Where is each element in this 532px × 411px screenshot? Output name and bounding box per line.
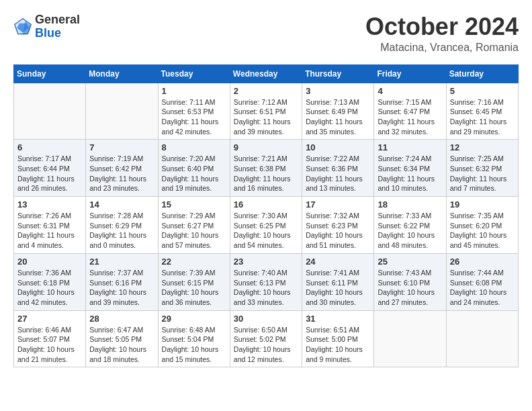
calendar-day-cell: 18Sunrise: 7:33 AM Sunset: 6:22 PM Dayli… [374,197,446,254]
calendar-day-cell: 16Sunrise: 7:30 AM Sunset: 6:25 PM Dayli… [230,197,302,254]
calendar-header-row: SundayMondayTuesdayWednesdayThursdayFrid… [14,64,519,83]
day-info: Sunrise: 6:47 AM Sunset: 5:05 PM Dayligh… [89,325,154,365]
calendar-day-cell: 3Sunrise: 7:13 AM Sunset: 6:49 PM Daylig… [302,83,374,140]
page-header: General Blue October 2024 Matacina, Vran… [13,13,519,54]
calendar-day-cell [86,83,158,140]
month-title: October 2024 [365,13,519,40]
day-info: Sunrise: 7:25 AM Sunset: 6:32 PM Dayligh… [450,154,515,193]
day-info: Sunrise: 7:22 AM Sunset: 6:36 PM Dayligh… [306,154,370,193]
logo-icon [13,17,32,36]
calendar-day-cell: 20Sunrise: 7:36 AM Sunset: 6:18 PM Dayli… [14,253,86,310]
day-number: 11 [378,142,442,152]
calendar-day-cell: 12Sunrise: 7:25 AM Sunset: 6:32 PM Dayli… [446,140,518,197]
calendar-day-cell: 10Sunrise: 7:22 AM Sunset: 6:36 PM Dayli… [302,140,374,197]
day-number: 21 [89,257,154,267]
title-block: October 2024 Matacina, Vrancea, Romania [365,13,519,54]
day-number: 12 [450,142,515,152]
day-number: 23 [234,257,298,267]
day-info: Sunrise: 7:29 AM Sunset: 6:27 PM Dayligh… [162,211,226,250]
calendar-week-row: 20Sunrise: 7:36 AM Sunset: 6:18 PM Dayli… [14,253,519,310]
day-number: 28 [89,314,154,324]
calendar-day-cell: 1Sunrise: 7:11 AM Sunset: 6:53 PM Daylig… [158,83,230,140]
calendar-day-cell: 4Sunrise: 7:15 AM Sunset: 6:47 PM Daylig… [374,83,446,140]
day-number: 4 [378,86,442,96]
day-info: Sunrise: 7:20 AM Sunset: 6:40 PM Dayligh… [162,154,226,193]
day-number: 17 [306,199,370,210]
day-info: Sunrise: 7:44 AM Sunset: 6:08 PM Dayligh… [450,268,515,308]
day-info: Sunrise: 7:17 AM Sunset: 6:44 PM Dayligh… [17,154,82,193]
day-info: Sunrise: 7:16 AM Sunset: 6:45 PM Dayligh… [450,97,515,137]
weekday-header-wednesday: Wednesday [230,64,302,83]
day-info: Sunrise: 7:41 AM Sunset: 6:11 PM Dayligh… [306,268,370,308]
calendar-day-cell: 8Sunrise: 7:20 AM Sunset: 6:40 PM Daylig… [158,140,230,197]
calendar-day-cell: 29Sunrise: 6:48 AM Sunset: 5:04 PM Dayli… [158,310,230,367]
day-info: Sunrise: 7:36 AM Sunset: 6:18 PM Dayligh… [17,268,82,308]
calendar-day-cell: 26Sunrise: 7:44 AM Sunset: 6:08 PM Dayli… [446,253,518,310]
logo-text: General Blue [35,13,80,40]
day-info: Sunrise: 7:37 AM Sunset: 6:16 PM Dayligh… [89,268,154,308]
calendar-week-row: 1Sunrise: 7:11 AM Sunset: 6:53 PM Daylig… [14,83,519,140]
calendar-day-cell: 21Sunrise: 7:37 AM Sunset: 6:16 PM Dayli… [86,253,158,310]
day-info: Sunrise: 6:48 AM Sunset: 5:04 PM Dayligh… [162,325,226,365]
day-number: 31 [306,314,370,324]
calendar-day-cell [446,310,518,367]
calendar-day-cell: 24Sunrise: 7:41 AM Sunset: 6:11 PM Dayli… [302,253,374,310]
day-number: 1 [162,86,226,96]
day-info: Sunrise: 6:50 AM Sunset: 5:02 PM Dayligh… [234,325,298,365]
day-number: 8 [162,142,226,152]
day-info: Sunrise: 7:26 AM Sunset: 6:31 PM Dayligh… [17,211,82,250]
day-info: Sunrise: 7:33 AM Sunset: 6:22 PM Dayligh… [378,211,442,250]
calendar-day-cell: 28Sunrise: 6:47 AM Sunset: 5:05 PM Dayli… [86,310,158,367]
day-info: Sunrise: 7:13 AM Sunset: 6:49 PM Dayligh… [306,97,370,137]
calendar-day-cell: 19Sunrise: 7:35 AM Sunset: 6:20 PM Dayli… [446,197,518,254]
day-number: 9 [234,142,298,152]
calendar-day-cell: 27Sunrise: 6:46 AM Sunset: 5:07 PM Dayli… [14,310,86,367]
day-number: 20 [17,257,82,267]
day-info: Sunrise: 7:15 AM Sunset: 6:47 PM Dayligh… [378,97,442,137]
day-info: Sunrise: 7:39 AM Sunset: 6:15 PM Dayligh… [162,268,226,308]
day-number: 2 [234,86,298,96]
day-number: 29 [162,314,226,324]
calendar-day-cell: 13Sunrise: 7:26 AM Sunset: 6:31 PM Dayli… [14,197,86,254]
calendar-day-cell: 11Sunrise: 7:24 AM Sunset: 6:34 PM Dayli… [374,140,446,197]
calendar-day-cell: 9Sunrise: 7:21 AM Sunset: 6:38 PM Daylig… [230,140,302,197]
logo-general: General [35,13,80,27]
day-number: 7 [89,142,154,152]
day-info: Sunrise: 7:30 AM Sunset: 6:25 PM Dayligh… [234,211,298,250]
calendar-day-cell: 5Sunrise: 7:16 AM Sunset: 6:45 PM Daylig… [446,83,518,140]
day-number: 26 [450,257,515,267]
calendar-week-row: 27Sunrise: 6:46 AM Sunset: 5:07 PM Dayli… [14,310,519,367]
calendar-week-row: 6Sunrise: 7:17 AM Sunset: 6:44 PM Daylig… [14,140,519,197]
day-number: 30 [234,314,298,324]
day-info: Sunrise: 7:12 AM Sunset: 6:51 PM Dayligh… [234,97,298,137]
day-number: 16 [234,199,298,210]
day-info: Sunrise: 7:35 AM Sunset: 6:20 PM Dayligh… [450,211,515,250]
weekday-header-monday: Monday [86,64,158,83]
day-number: 15 [162,199,226,210]
weekday-header-saturday: Saturday [446,64,518,83]
day-number: 13 [17,199,82,210]
calendar-day-cell: 2Sunrise: 7:12 AM Sunset: 6:51 PM Daylig… [230,83,302,140]
day-info: Sunrise: 7:32 AM Sunset: 6:23 PM Dayligh… [306,211,370,250]
calendar-day-cell: 15Sunrise: 7:29 AM Sunset: 6:27 PM Dayli… [158,197,230,254]
day-info: Sunrise: 6:51 AM Sunset: 5:00 PM Dayligh… [306,325,370,365]
calendar-day-cell: 17Sunrise: 7:32 AM Sunset: 6:23 PM Dayli… [302,197,374,254]
calendar-day-cell: 31Sunrise: 6:51 AM Sunset: 5:00 PM Dayli… [302,310,374,367]
day-info: Sunrise: 7:43 AM Sunset: 6:10 PM Dayligh… [378,268,442,308]
day-info: Sunrise: 7:28 AM Sunset: 6:29 PM Dayligh… [89,211,154,250]
day-number: 27 [17,314,82,324]
calendar-week-row: 13Sunrise: 7:26 AM Sunset: 6:31 PM Dayli… [14,197,519,254]
calendar-day-cell: 22Sunrise: 7:39 AM Sunset: 6:15 PM Dayli… [158,253,230,310]
calendar-day-cell: 6Sunrise: 7:17 AM Sunset: 6:44 PM Daylig… [14,140,86,197]
day-info: Sunrise: 7:21 AM Sunset: 6:38 PM Dayligh… [234,154,298,193]
calendar-day-cell: 14Sunrise: 7:28 AM Sunset: 6:29 PM Dayli… [86,197,158,254]
calendar-table: SundayMondayTuesdayWednesdayThursdayFrid… [13,64,519,368]
day-number: 25 [378,257,442,267]
logo-blue: Blue [35,27,80,40]
calendar-day-cell [14,83,86,140]
weekday-header-thursday: Thursday [302,64,374,83]
day-info: Sunrise: 7:24 AM Sunset: 6:34 PM Dayligh… [378,154,442,193]
calendar-day-cell [374,310,446,367]
day-number: 6 [17,142,82,152]
day-info: Sunrise: 7:40 AM Sunset: 6:13 PM Dayligh… [234,268,298,308]
